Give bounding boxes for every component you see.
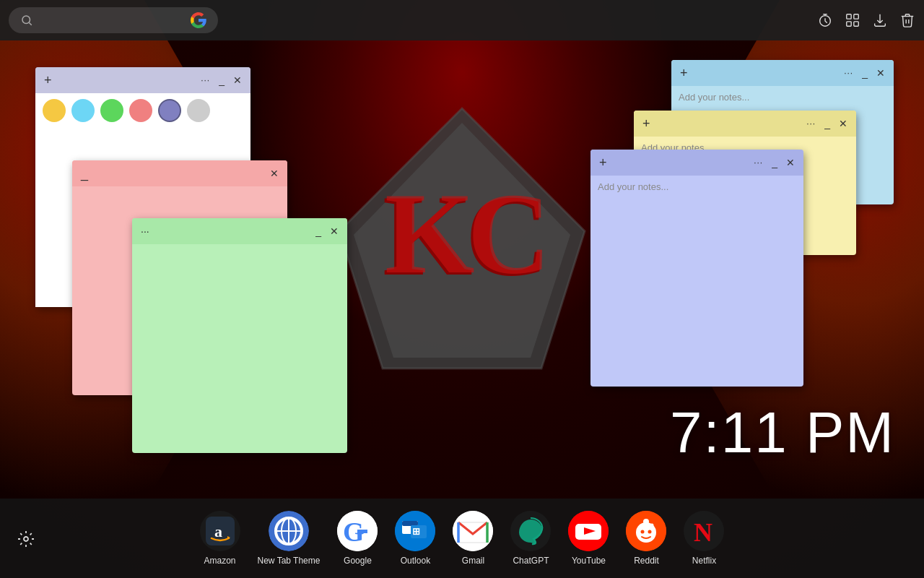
note-4-minimize-button[interactable]: _	[859, 66, 871, 79]
netflix-label: Netflix	[692, 556, 716, 566]
svg-point-38	[643, 519, 649, 525]
note-4-placeholder: Add your notes...	[679, 92, 749, 103]
svg-rect-10	[847, 22, 851, 26]
dock-item-gmail[interactable]: Gmail	[453, 511, 493, 566]
note-6-minimize-button[interactable]: _	[769, 156, 780, 169]
dock-item-amazon[interactable]: a Amazon	[200, 511, 240, 566]
svg-line-6	[29, 22, 31, 25]
note-1-add-button[interactable]: +	[41, 72, 55, 88]
gmail-icon	[453, 511, 493, 551]
sticky-note-3: ··· _ ✕	[132, 218, 347, 453]
note-4-menu-button[interactable]: ···	[841, 67, 856, 79]
chatgpt-icon	[510, 511, 551, 551]
amazon-label: Amazon	[204, 556, 236, 566]
svg-rect-11	[854, 22, 858, 26]
settings-button[interactable]	[17, 530, 35, 552]
gear-icon	[17, 530, 35, 548]
svg-text:KC: KC	[385, 169, 544, 298]
note-2-close-button[interactable]: ✕	[267, 167, 282, 180]
note-6-close-button[interactable]: ✕	[783, 156, 798, 169]
youtube-icon	[568, 511, 609, 551]
dock-item-reddit[interactable]: Reddit	[626, 511, 666, 566]
reddit-label: Reddit	[634, 556, 659, 566]
reddit-icon	[626, 511, 666, 551]
google-label: Google	[344, 556, 372, 566]
svg-rect-25	[402, 521, 418, 526]
svg-rect-22	[357, 530, 367, 533]
timer-icon[interactable]	[817, 12, 833, 28]
taskbar: a Amazon New Tab Theme G	[0, 499, 924, 578]
color-purple[interactable]	[158, 99, 181, 122]
netflix-icon: N	[684, 511, 724, 551]
youtube-label: YouTube	[572, 556, 606, 566]
svg-point-5	[22, 16, 30, 24]
note-6-add-button[interactable]: +	[596, 155, 610, 171]
note-1-minimize-button[interactable]: _	[216, 74, 227, 87]
note-3-body[interactable]	[132, 244, 347, 453]
color-pink[interactable]	[129, 99, 152, 122]
sticky-note-6: + ··· _ ✕ Add your notes...	[590, 150, 803, 387]
dock-item-newtabtheme[interactable]: New Tab Theme	[258, 511, 321, 566]
note-5-minimize-button[interactable]: _	[821, 117, 833, 130]
note-5-close-button[interactable]: ✕	[836, 117, 850, 130]
note-1-header: + ··· _ ✕	[35, 67, 250, 93]
svg-point-37	[648, 530, 652, 534]
note-6-placeholder: Add your notes...	[598, 181, 668, 192]
note-2-header: _ ✕	[72, 160, 287, 186]
note-6-menu-button[interactable]: ···	[751, 157, 766, 168]
note-3-menu-button[interactable]: ···	[138, 225, 152, 238]
note-1-menu-button[interactable]: ···	[198, 74, 213, 86]
svg-text:⊞: ⊞	[412, 526, 420, 537]
google-icon: G	[337, 511, 378, 551]
dock-item-netflix[interactable]: N Netflix	[684, 511, 724, 566]
note-6-body[interactable]: Add your notes...	[590, 176, 803, 387]
note-1-close-button[interactable]: ✕	[230, 74, 245, 87]
svg-point-36	[641, 530, 645, 534]
note-3-close-button[interactable]: ✕	[327, 225, 341, 238]
search-icon	[20, 14, 33, 27]
dock-item-chatgpt[interactable]: ChatGPT	[510, 511, 551, 566]
note-4-header: + ··· _ ✕	[671, 60, 894, 86]
google-logo	[191, 12, 206, 28]
note-5-add-button[interactable]: +	[640, 116, 653, 131]
newtabtheme-label: New Tab Theme	[258, 556, 321, 566]
note-6-header: + ··· _ ✕	[590, 150, 803, 176]
gmail-label: Gmail	[462, 556, 484, 566]
color-green[interactable]	[100, 99, 123, 122]
svg-text:a: a	[214, 522, 222, 540]
svg-rect-9	[854, 14, 858, 19]
color-blue[interactable]	[71, 99, 95, 122]
extensions-icon[interactable]	[845, 12, 860, 28]
note-5-menu-button[interactable]: ···	[803, 118, 819, 129]
dock-item-outlook[interactable]: ⊞ Outlook	[395, 511, 435, 566]
note-3-minimize-button[interactable]: _	[313, 225, 324, 238]
topbar	[0, 0, 924, 40]
color-picker	[35, 93, 250, 128]
download-icon[interactable]	[872, 12, 888, 28]
note-5-header: + ··· _ ✕	[634, 111, 856, 137]
search-box[interactable]	[9, 7, 218, 33]
newtabtheme-icon	[269, 511, 309, 551]
trash-icon[interactable]	[899, 12, 915, 28]
color-yellow[interactable]	[43, 99, 66, 122]
outlook-icon: ⊞	[395, 511, 435, 551]
color-gray[interactable]	[187, 99, 210, 122]
note-2-minimize-button[interactable]: _	[78, 165, 91, 181]
dock-item-youtube[interactable]: YouTube	[568, 511, 609, 566]
svg-rect-8	[847, 14, 851, 19]
svg-text:N: N	[694, 518, 712, 547]
clock: 7:11 PM	[670, 400, 895, 466]
amazon-icon: a	[200, 511, 240, 551]
svg-point-42	[24, 537, 28, 541]
dock-item-google[interactable]: G Google	[337, 511, 378, 566]
note-4-add-button[interactable]: +	[677, 65, 691, 81]
kc-logo: KC KC	[318, 101, 606, 376]
note-3-header: ··· _ ✕	[132, 218, 347, 244]
outlook-label: Outlook	[401, 556, 430, 566]
topbar-right	[817, 12, 915, 28]
chatgpt-label: ChatGPT	[513, 556, 549, 566]
note-4-close-button[interactable]: ✕	[873, 66, 888, 79]
